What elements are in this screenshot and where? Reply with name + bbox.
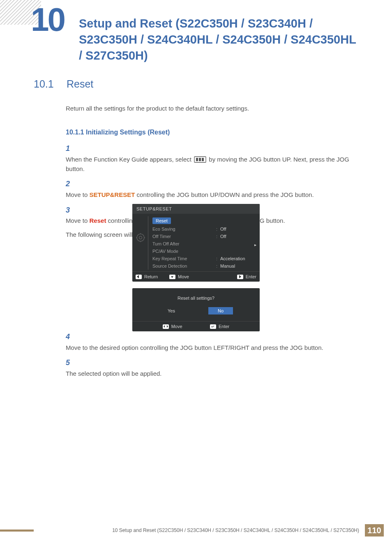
step-text: controlling the JOG button UP/DOWN and p… (135, 191, 314, 198)
step-5: 5 The selected option will be applied. (66, 357, 363, 378)
step-number: 3 (66, 205, 78, 216)
osd-item-turn-off-after: Turn Off After (152, 240, 256, 247)
hint-label: Move (171, 324, 182, 329)
chapter-number: 10 (31, 3, 64, 36)
osd-item-label: Eco Saving (152, 227, 216, 231)
hint-label: Return (144, 274, 158, 279)
page: 10 Setup and Reset (S22C350H / S23C340H … (0, 0, 392, 555)
svg-point-4 (137, 234, 144, 241)
step-number: 4 (66, 331, 78, 343)
osd-item-eco-saving: Eco Saving:Off (152, 225, 256, 233)
step-2: 2 Move to SETUP&RESET controlling the JO… (66, 178, 363, 199)
osd-return-hint: Return (136, 274, 158, 279)
step-text: When the Function Key Guide appears, sel… (66, 156, 193, 163)
osd-item-label: Turn Off After (152, 241, 256, 246)
section-title: Reset (67, 78, 93, 90)
osd-move-hint: Move (169, 274, 189, 279)
no-button: No (208, 307, 233, 314)
hint-label: Enter (246, 274, 256, 279)
step-4: 4 Move to the desired option controlling… (66, 331, 363, 352)
osd-item-label: Off Timer (152, 234, 216, 239)
osd-item-value: Off (220, 227, 256, 231)
osd-footer: Return Move Enter (132, 271, 260, 282)
highlight-reset: Reset (90, 217, 106, 224)
dialog-buttons: Yes No (132, 307, 260, 314)
step-number: 1 (66, 143, 78, 155)
svg-point-5 (139, 236, 142, 239)
section-number: 10.1 (34, 78, 54, 90)
enter-icon (210, 324, 216, 329)
step-number: 2 (66, 178, 78, 190)
step-1: 1 When the Function Key Guide appears, s… (66, 143, 363, 173)
osd-item-label: Reset (152, 217, 171, 224)
osd-body: Reset Eco Saving:Off Off Timer:Off Turn … (132, 214, 260, 271)
enter-icon (237, 275, 243, 279)
footer-text: 10 Setup and Reset (S22C350H / S23C340H … (112, 527, 359, 533)
osd-screenshot: SETUP&RESET Reset Eco Saving:Off Off Tim… (132, 204, 260, 331)
svg-rect-1 (196, 158, 198, 161)
chevron-right-icon: ▸ (254, 243, 256, 247)
osd-item-source-detection: Source Detection:Manual (152, 262, 256, 270)
step-text: Move to the desired option controlling t… (66, 343, 349, 352)
step-number: 5 (66, 357, 78, 369)
svg-rect-2 (199, 158, 201, 161)
steps-list-cont: 4 Move to the desired option controlling… (66, 331, 363, 383)
move-lr-icon (163, 324, 169, 329)
osd-item-value: Off (220, 234, 256, 239)
dialog-move-hint: Move (163, 324, 182, 329)
menu-icon (194, 156, 206, 163)
osd-item-off-timer: Off Timer:Off (152, 233, 256, 240)
svg-rect-3 (202, 158, 204, 161)
step-text: The selected option will be applied. (66, 369, 349, 378)
highlight-setup-reset: SETUP&RESET (90, 191, 135, 198)
dialog-footer: Move Enter (132, 321, 260, 331)
dialog-question: Reset all settings? (132, 296, 260, 301)
osd-item-value: Manual (220, 264, 256, 268)
move-icon (169, 275, 175, 279)
osd-item-value: Acceleration (220, 256, 256, 261)
section-intro: Return all the settings for the product … (66, 105, 359, 112)
yes-button: Yes (159, 307, 184, 314)
osd-item-label: PC/AV Mode (152, 249, 256, 254)
chapter-title: Setup and Reset (S22C350H / S23C340H / S… (79, 16, 359, 64)
osd-enter-hint: Enter (237, 274, 256, 279)
dialog-enter-hint: Enter (210, 324, 229, 329)
confirm-dialog: Reset all settings? Yes No Move Enter (132, 288, 260, 331)
osd-title: SETUP&RESET (132, 204, 260, 214)
page-number: 110 (365, 524, 384, 536)
return-icon (136, 275, 142, 279)
osd-item-label: Source Detection (152, 264, 216, 268)
step-text: Move to (66, 217, 90, 224)
subsection-title: 10.1.1 Initializing Settings (Reset) (66, 129, 170, 136)
step-text: Move to (66, 191, 90, 198)
gear-icon (136, 233, 145, 243)
hint-label: Enter (219, 324, 229, 329)
osd-menu-list: Reset Eco Saving:Off Off Timer:Off Turn … (148, 216, 256, 270)
osd-item-pcav-mode: PC/AV Mode (152, 247, 256, 255)
osd-item-label: Key Repeat Time (152, 256, 216, 261)
osd-item-reset: Reset (152, 216, 256, 225)
osd-menu: SETUP&RESET Reset Eco Saving:Off Off Tim… (132, 204, 260, 282)
page-footer: 10 Setup and Reset (S22C350H / S23C340H … (0, 525, 392, 536)
footer-accent-bar (0, 530, 34, 532)
osd-item-key-repeat: Key Repeat Time:Acceleration (152, 255, 256, 262)
hint-label: Move (178, 274, 189, 279)
